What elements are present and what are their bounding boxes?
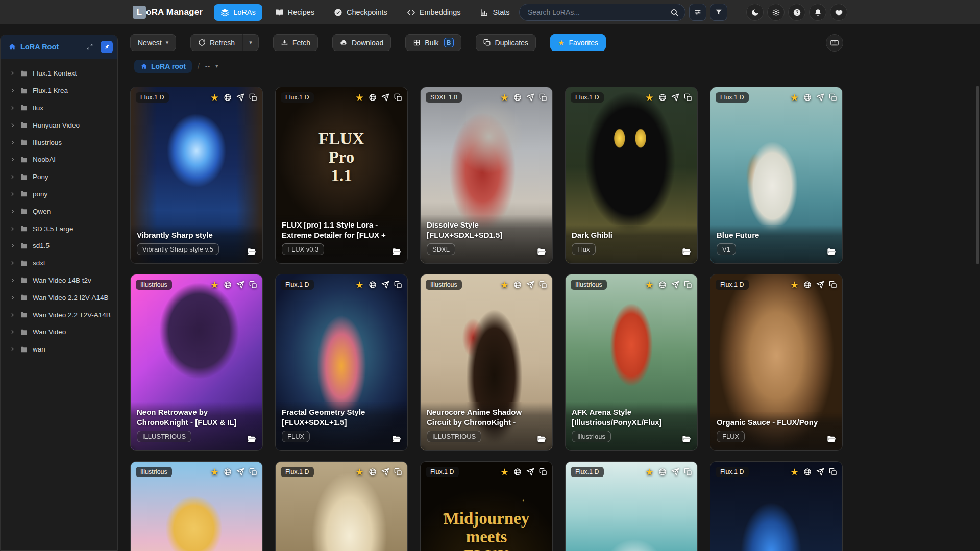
bulk-button[interactable]: BulkB [405, 34, 461, 51]
lora-card[interactable]: Flux.1 D★ [275, 461, 408, 551]
copy-icon[interactable] [684, 281, 692, 289]
sidebar-item-wan-video[interactable]: Wan Video [1, 323, 117, 341]
pin-sidebar-button[interactable] [101, 41, 113, 53]
favorite-star-icon[interactable]: ★ [790, 467, 799, 477]
favorite-star-icon[interactable]: ★ [210, 467, 219, 477]
lora-card[interactable]: SDXL 1.0★Dissolve Style [FLUX+SDXL+SD1.5… [420, 87, 553, 264]
favorites-button[interactable]: ★Favorites [550, 34, 606, 51]
copy-icon[interactable] [829, 93, 837, 102]
copy-icon[interactable] [249, 281, 257, 289]
favorite-star-icon[interactable]: ★ [355, 93, 364, 103]
search-input[interactable] [528, 8, 670, 16]
favorite-star-icon[interactable]: ★ [645, 93, 654, 103]
sidebar-header[interactable]: LoRA Root [1, 35, 117, 59]
sidebar-item-flux-1-krea[interactable]: Flux.1 Krea [1, 82, 117, 99]
globe-icon[interactable] [803, 281, 812, 289]
send-icon[interactable] [671, 93, 679, 102]
folder-open-icon[interactable] [247, 434, 256, 444]
nav-tab-recipes[interactable]: Recipes [268, 4, 321, 21]
globe-icon[interactable] [803, 93, 812, 102]
folder-open-icon[interactable] [536, 247, 546, 257]
filter-button[interactable] [710, 4, 727, 21]
send-icon[interactable] [816, 281, 824, 289]
keyboard-shortcuts-button[interactable] [826, 34, 843, 52]
send-icon[interactable] [526, 93, 534, 102]
nav-tab-stats[interactable]: Stats [473, 4, 516, 21]
sidebar-item-illustrious[interactable]: Illustrious [1, 134, 117, 151]
globe-icon[interactable] [658, 468, 667, 476]
nav-tab-checkpoints[interactable]: Checkpoints [327, 4, 394, 21]
folder-open-icon[interactable] [391, 247, 401, 257]
notifications-button[interactable] [809, 4, 826, 21]
sidebar-item-wan-video-14b-t2v[interactable]: Wan Video 14B t2v [1, 272, 117, 289]
send-icon[interactable] [381, 468, 389, 476]
favorite-star-icon[interactable]: ★ [355, 467, 364, 477]
copy-icon[interactable] [684, 468, 692, 476]
lora-card[interactable]: FLUX Pro 1.1Flux.1 D★FLUX [pro] 1.1 Styl… [275, 87, 408, 264]
send-icon[interactable] [526, 468, 534, 476]
search-options-button[interactable] [689, 4, 706, 21]
favorite-star-icon[interactable]: ★ [500, 280, 509, 290]
favorite-star-icon[interactable]: ★ [790, 93, 799, 103]
refresh-options-button[interactable]: ▾ [242, 34, 259, 51]
copy-icon[interactable] [249, 93, 257, 102]
lora-card[interactable]: Flux.1 D★ [565, 461, 698, 551]
send-icon[interactable] [381, 281, 389, 289]
copy-icon[interactable] [394, 281, 402, 289]
lora-card[interactable]: Illustrious★Neurocore Anime Shadow Circu… [420, 274, 553, 451]
folder-open-icon[interactable] [826, 434, 836, 444]
sidebar-item-pony[interactable]: pony [1, 186, 117, 203]
nav-tab-embeddings[interactable]: Embeddings [400, 4, 468, 21]
sidebar-item-hunyuan-video[interactable]: Hunyuan Video [1, 116, 117, 134]
sidebar-item-wan[interactable]: wan [1, 341, 117, 358]
folder-open-icon[interactable] [681, 434, 691, 444]
send-icon[interactable] [236, 93, 244, 102]
send-icon[interactable] [671, 281, 679, 289]
scrollbar-thumb[interactable] [976, 86, 979, 264]
globe-icon[interactable] [369, 93, 377, 102]
globe-icon[interactable] [513, 281, 522, 289]
sidebar-item-flux[interactable]: flux [1, 99, 117, 117]
support-button[interactable] [830, 4, 847, 21]
lora-card[interactable]: Midjourney meets FLUXFlux.1 D★ [420, 461, 553, 551]
send-icon[interactable] [816, 93, 824, 102]
globe-icon[interactable] [513, 468, 522, 476]
globe-icon[interactable] [513, 93, 522, 102]
lora-card[interactable]: Flux.1 D★Blue FutureV1 [710, 87, 843, 264]
refresh-button[interactable]: Refresh [190, 34, 242, 51]
copy-icon[interactable] [684, 93, 692, 102]
favorite-star-icon[interactable]: ★ [790, 280, 799, 290]
globe-icon[interactable] [658, 281, 667, 289]
send-icon[interactable] [526, 281, 534, 289]
copy-icon[interactable] [829, 468, 837, 476]
sidebar-item-flux-1-kontext[interactable]: Flux.1 Kontext [1, 65, 117, 82]
globe-icon[interactable] [369, 468, 377, 476]
favorite-star-icon[interactable]: ★ [500, 467, 509, 477]
folder-open-icon[interactable] [826, 247, 836, 257]
sidebar-item-pony[interactable]: Pony [1, 168, 117, 186]
chevron-down-icon[interactable]: ▾ [215, 63, 218, 69]
nav-tab-loras[interactable]: LoRAs [214, 4, 262, 21]
sort-dropdown[interactable]: Newest ▾ [130, 34, 176, 51]
copy-icon[interactable] [539, 93, 547, 102]
folder-open-icon[interactable] [681, 247, 691, 257]
copy-icon[interactable] [394, 468, 402, 476]
send-icon[interactable] [236, 281, 244, 289]
lora-card[interactable]: Illustrious★AFK Arena Style [Illustrious… [565, 274, 698, 451]
send-icon[interactable] [381, 93, 389, 102]
copy-icon[interactable] [539, 281, 547, 289]
copy-icon[interactable] [249, 468, 257, 476]
copy-icon[interactable] [539, 468, 547, 476]
copy-icon[interactable] [394, 93, 402, 102]
globe-icon[interactable] [803, 468, 812, 476]
fetch-button[interactable]: Fetch [273, 34, 318, 51]
globe-icon[interactable] [658, 93, 667, 102]
sidebar-item-sdxl[interactable]: sdxl [1, 255, 117, 272]
favorite-star-icon[interactable]: ★ [355, 280, 364, 290]
sidebar-item-sd1-5[interactable]: sd1.5 [1, 237, 117, 255]
folder-open-icon[interactable] [247, 247, 256, 257]
lora-card[interactable]: Flux.1 D★ [710, 461, 843, 551]
expand-icon[interactable] [86, 43, 93, 51]
globe-icon[interactable] [369, 281, 377, 289]
send-icon[interactable] [236, 468, 244, 476]
